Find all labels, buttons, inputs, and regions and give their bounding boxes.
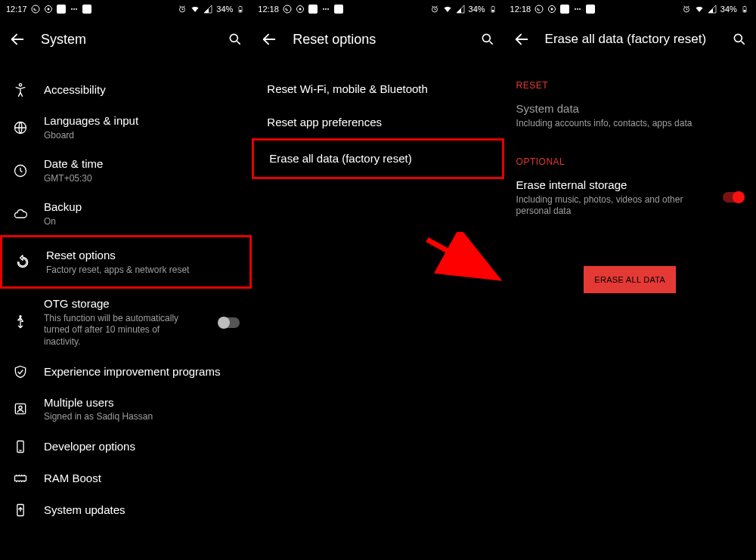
row-system-updates[interactable]: System updates <box>0 494 252 526</box>
svg-point-22 <box>299 8 301 11</box>
status-time: 12:17 <box>6 5 27 14</box>
header: Reset options <box>252 18 503 60</box>
row-experience-improvement[interactable]: Experience improvement programs <box>0 356 252 388</box>
usb-icon <box>12 314 29 331</box>
svg-point-2 <box>47 8 49 11</box>
signal-icon <box>203 5 212 14</box>
svg-rect-18 <box>15 475 26 481</box>
u-badge-icon: U <box>308 5 318 14</box>
row-sub: On <box>44 216 240 228</box>
row-otg-storage[interactable]: OTG storage This function will be automa… <box>0 289 252 355</box>
search-icon[interactable] <box>480 32 495 47</box>
row-ram-boost[interactable]: RAM Boost <box>0 463 252 494</box>
whatsapp-icon <box>534 5 544 14</box>
svg-point-14 <box>20 315 21 317</box>
reset-icon <box>14 254 31 271</box>
svg-point-20 <box>284 5 291 13</box>
u-badge-icon: U <box>560 5 569 14</box>
battery-icon <box>237 5 246 14</box>
row-developer-options[interactable]: Developer options <box>0 431 252 463</box>
row-sub: Gboard <box>44 130 240 142</box>
back-icon[interactable] <box>9 31 26 48</box>
svg-point-31 <box>535 5 543 13</box>
svg-point-5 <box>76 8 77 10</box>
dots-icon <box>70 5 79 14</box>
header: Erase all data (factory reset) <box>504 18 756 60</box>
row-erase-all-data[interactable]: Erase all data (factory reset) <box>252 138 503 179</box>
svg-rect-40 <box>743 10 745 12</box>
row-languages[interactable]: Languages & input Gboard <box>0 106 252 149</box>
in-badge-icon: in <box>586 5 595 14</box>
svg-rect-39 <box>744 6 745 7</box>
row-sub: Including music, photos, videos and othe… <box>516 194 690 218</box>
svg-rect-9 <box>240 10 242 12</box>
search-icon[interactable] <box>732 32 747 47</box>
row-label: System data <box>516 101 744 116</box>
alarm-icon <box>682 5 691 14</box>
row-datetime[interactable]: Date & time GMT+05:30 <box>0 149 252 192</box>
signal-icon <box>456 5 465 14</box>
row-label: Developer options <box>44 439 240 454</box>
row-sub: Including accounts info, contacts, apps … <box>516 118 744 130</box>
battery-icon <box>741 5 750 14</box>
page-title: Reset options <box>293 32 464 48</box>
status-time: 12:18 <box>510 5 531 14</box>
wifi-icon <box>443 5 452 14</box>
row-label: Reset app preferences <box>267 115 488 130</box>
signal-icon <box>708 5 717 14</box>
status-bar: 12:18 U in 34% <box>504 0 756 18</box>
row-multiple-users[interactable]: Multiple users Signed in as Sadiq Hassan <box>0 388 252 431</box>
erase-internal-toggle[interactable] <box>723 192 744 203</box>
svg-point-25 <box>327 8 329 10</box>
svg-rect-28 <box>492 6 494 7</box>
row-reset-options[interactable]: Reset options Factory reset, apps & netw… <box>0 235 252 289</box>
otg-toggle[interactable] <box>218 317 240 328</box>
clock-icon <box>12 162 29 179</box>
wifi-icon <box>191 5 200 14</box>
svg-point-34 <box>575 8 576 10</box>
row-label: RAM Boost <box>44 471 240 486</box>
row-sub: Signed in as Sadiq Hassan <box>44 411 240 423</box>
row-sub: This function will be automatically turn… <box>44 313 197 348</box>
svg-point-33 <box>551 8 553 11</box>
back-icon[interactable] <box>261 31 277 48</box>
back-icon[interactable] <box>513 31 530 48</box>
phone-dev-icon <box>12 438 29 455</box>
svg-point-41 <box>734 34 742 42</box>
row-erase-internal-storage[interactable]: Erase internal storage Including music, … <box>504 172 756 224</box>
svg-point-23 <box>323 8 324 10</box>
row-label: Erase internal storage <box>516 178 702 193</box>
row-accessibility[interactable]: Accessibility <box>0 74 252 106</box>
row-label: System updates <box>44 503 240 518</box>
wifi-icon <box>695 5 704 14</box>
row-reset-app-prefs[interactable]: Reset app preferences <box>252 106 503 139</box>
status-battery-pct: 34% <box>720 5 737 14</box>
accessibility-icon <box>12 82 29 98</box>
svg-point-0 <box>32 5 39 13</box>
status-battery-pct: 34% <box>216 5 233 14</box>
alarm-icon <box>430 5 439 14</box>
row-reset-wifi[interactable]: Reset Wi-Fi, mobile & Bluetooth <box>252 73 503 106</box>
section-optional: OPTIONAL <box>504 146 756 172</box>
svg-point-11 <box>19 84 21 86</box>
svg-rect-8 <box>240 6 241 7</box>
row-label: Erase all data (factory reset) <box>269 151 486 166</box>
update-icon <box>12 502 29 518</box>
globe-icon <box>12 119 29 136</box>
ram-icon <box>12 470 29 487</box>
erase-all-data-button[interactable]: ERASE ALL DATA <box>584 266 676 293</box>
row-backup[interactable]: Backup On <box>0 192 252 235</box>
svg-point-36 <box>579 8 581 10</box>
battery-icon <box>489 5 498 14</box>
page-title: Erase all data (factory reset) <box>545 32 717 47</box>
row-label: Reset Wi-Fi, mobile & Bluetooth <box>267 82 488 97</box>
row-label: Reset options <box>46 248 237 263</box>
row-label: Accessibility <box>44 82 240 97</box>
status-bar: 12:17 U in 34% <box>0 0 252 18</box>
row-sub: Factory reset, apps & network reset <box>46 265 237 277</box>
svg-point-24 <box>325 8 327 10</box>
row-label: Date & time <box>44 156 240 172</box>
search-icon[interactable] <box>228 32 243 47</box>
row-label: Experience improvement programs <box>44 364 240 379</box>
svg-rect-29 <box>491 10 494 12</box>
